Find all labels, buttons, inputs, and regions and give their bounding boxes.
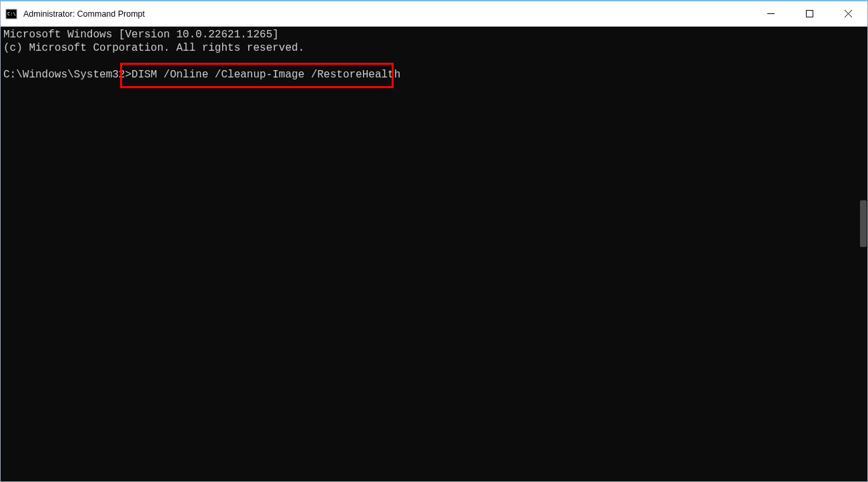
typed-command: DISM /Online /Cleanup-Image /RestoreHeal… <box>131 68 400 81</box>
close-icon <box>845 10 852 17</box>
terminal-output-line: Microsoft Windows [Version 10.0.22621.12… <box>3 28 865 41</box>
prompt-prefix: C:\Windows\System32> <box>3 68 131 81</box>
terminal-area[interactable]: Microsoft Windows [Version 10.0.22621.12… <box>1 27 867 481</box>
scrollbar-track[interactable] <box>858 27 867 481</box>
titlebar-controls <box>751 1 867 26</box>
scrollbar-thumb[interactable] <box>860 200 867 247</box>
minimize-icon <box>767 10 775 17</box>
terminal-prompt-line: C:\Windows\System32>DISM /Online /Cleanu… <box>3 68 865 81</box>
titlebar-title: Administrator: Command Prompt <box>23 9 751 19</box>
cmd-icon: C:\ <box>5 7 18 21</box>
maximize-icon <box>806 10 813 17</box>
command-prompt-window: C:\ Administrator: Command Prompt <box>0 0 868 482</box>
svg-text:C:\: C:\ <box>7 11 16 17</box>
maximize-button[interactable] <box>790 1 829 26</box>
titlebar[interactable]: C:\ Administrator: Command Prompt <box>1 1 867 27</box>
svg-rect-3 <box>806 11 813 17</box>
terminal-output-line: (c) Microsoft Corporation. All rights re… <box>3 41 865 55</box>
minimize-button[interactable] <box>751 1 790 26</box>
close-button[interactable] <box>829 1 867 26</box>
